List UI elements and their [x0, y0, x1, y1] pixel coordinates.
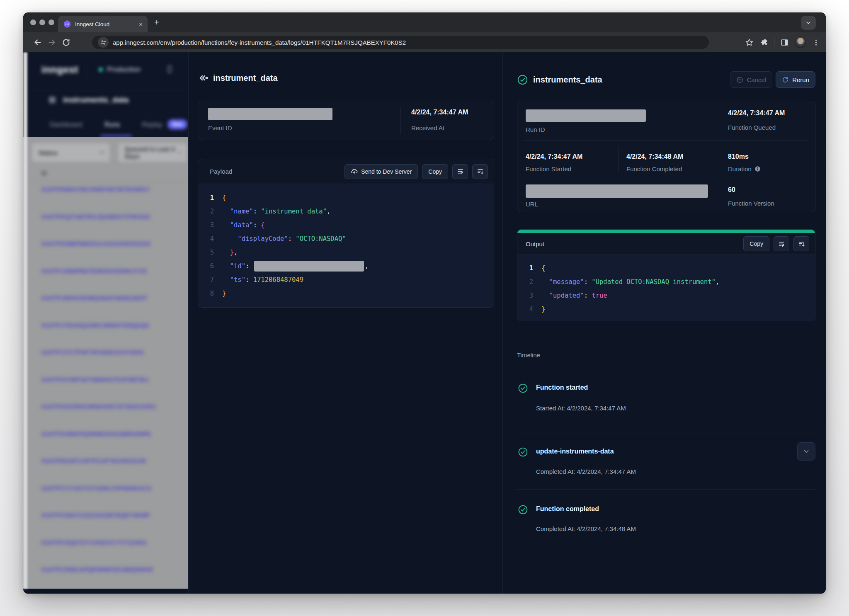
code-line: 4}: [517, 302, 815, 316]
word-wrap-button[interactable]: [452, 164, 468, 179]
code-line: 1{: [198, 191, 494, 204]
function-version-label: Function Version: [728, 200, 774, 207]
tab-runs[interactable]: Runs: [104, 121, 120, 129]
expand-step-button[interactable]: [797, 442, 815, 461]
function-queued-value: 4/2/24, 7:34:47 AM: [728, 109, 785, 117]
back-arrow-icon: [33, 38, 42, 47]
code-line: 3 "updated": true: [517, 289, 815, 302]
output-word-wrap-button[interactable]: [774, 236, 789, 251]
line-number: 6: [198, 262, 222, 270]
expand-rows-button[interactable]: [472, 164, 488, 179]
browser-tab[interactable]: Inngest Cloud ×: [58, 16, 148, 32]
run-id-link[interactable]: 01HTFJ7DA6Q238SJWNHYE9Q2Q0: [41, 321, 184, 348]
back-button[interactable]: [31, 35, 45, 49]
code-line: 4 "displayCode": "OCTO:NASDAQ": [198, 232, 494, 245]
minimize-window-button[interactable]: [39, 19, 45, 25]
event-details-card: Event ID 4/2/24, 7:34:47 AM Received At: [198, 101, 494, 140]
run-id-link[interactable]: 01HTFG3BKPQ5R9E4A910BRARRN: [41, 429, 184, 457]
run-id-link[interactable]: 01HTFCW27CZ2X3AZM75QEYNH8F: [41, 511, 184, 538]
output-expand-rows-button[interactable]: [793, 236, 809, 251]
run-id-link[interactable]: 01HTFKMBPMD0ZAJ4AG04KD3A02: [41, 239, 184, 267]
url-bar[interactable]: app.inngest.com/env/production/functions…: [92, 36, 709, 49]
tab-title: Inngest Cloud: [75, 21, 135, 27]
profile-avatar[interactable]: [795, 36, 806, 48]
cancel-icon: [736, 76, 743, 83]
blur-edge: [23, 52, 27, 589]
url-label: URL: [526, 201, 538, 208]
run-title: instruments_data: [533, 75, 602, 85]
rerun-button[interactable]: Rerun: [776, 71, 815, 88]
output-code[interactable]: 1{2 "message": "Updated OCTO:NASDAQ inst…: [517, 255, 815, 321]
environment-status-dot: [99, 68, 103, 72]
run-id-link[interactable]: 01HTFCYY2GYGYGDKJVP82NKXC2: [41, 484, 184, 511]
function-name: instruments_data: [63, 95, 129, 104]
line-number: 1: [517, 264, 541, 272]
send-to-dev-server-button[interactable]: Send to Dev Server: [344, 164, 418, 179]
payload-code[interactable]: 1{2 "name": "instrument_data",3 "data": …: [198, 184, 494, 307]
word-wrap-icon: [778, 240, 785, 247]
line-number: 4: [198, 235, 222, 243]
step-check-icon: [518, 383, 528, 393]
tab-close-icon[interactable]: ×: [139, 21, 143, 27]
run-id-link[interactable]: 01HTFJ7C7FHF7RVN051G3Y0253: [41, 348, 184, 375]
browser-window: Inngest Cloud × + app.inngest.com/env/pr…: [23, 12, 826, 594]
info-icon[interactable]: [754, 166, 761, 172]
bookmark-star-icon[interactable]: [745, 38, 754, 47]
tab-replay[interactable]: Replay: [142, 121, 163, 129]
code-line: 5 },: [198, 245, 494, 259]
chevron-down-icon: [803, 448, 810, 455]
line-number: 3: [198, 221, 222, 229]
inngest-logo: inngest: [41, 64, 78, 75]
run-id-link[interactable]: 01HTFJ3B9PB27EWGK5Z086JYC8: [41, 267, 184, 294]
toolbar-separator: [774, 38, 774, 46]
payload-copy-button[interactable]: Copy: [422, 164, 448, 179]
tab-dashboard[interactable]: Dashboard: [50, 121, 82, 129]
tab-search-button[interactable]: [801, 16, 816, 30]
new-tab-button[interactable]: +: [154, 18, 159, 27]
function-queued-label: Function Queued: [728, 124, 776, 131]
close-window-button[interactable]: [30, 19, 36, 25]
run-id-link[interactable]: 01HTFEG3FVJP7FZJF7EA5KN3JR: [41, 456, 184, 484]
chevron-down-icon: [99, 150, 105, 155]
received-at-value: 4/2/24, 7:34:47 AM: [411, 109, 468, 116]
side-panel-icon[interactable]: [780, 38, 789, 47]
forward-button[interactable]: [45, 35, 59, 49]
run-id-link[interactable]: 01HTFHYWF32TSB9HGT01F5BTBJ: [41, 375, 184, 403]
reload-button[interactable]: [59, 35, 73, 49]
run-details-card: Run ID 4/2/24, 7:34:47 AM Function Queue…: [517, 101, 815, 212]
chevron-down-icon: [177, 150, 182, 155]
forward-arrow-icon: [47, 38, 56, 47]
event-panel: instrument_data Event ID 4/2/24, 7:34:47…: [189, 52, 503, 594]
expand-rows-icon: [477, 168, 484, 175]
environment-selector[interactable]: Production: [99, 65, 141, 74]
run-id-link[interactable]: 01HTFKQT1M7RSJQABEXYF0K0S2: [41, 212, 184, 240]
run-id-link[interactable]: 01HTFCR9KAPQP0R8PZK3MQNMX8: [41, 565, 184, 589]
output-copy-button[interactable]: Copy: [743, 236, 769, 251]
rerun-icon: [782, 76, 789, 83]
browser-toolbar: app.inngest.com/env/production/functions…: [23, 32, 826, 52]
window-controls[interactable]: [30, 19, 54, 25]
run-id-link[interactable]: 01HTFN86XV8CXW87657W7E3WDY: [41, 185, 184, 212]
zoom-window-button[interactable]: [49, 19, 54, 25]
status-filter-dropdown[interactable]: Status: [32, 143, 110, 162]
event-id-label: Event ID: [208, 124, 232, 131]
url-redacted: [526, 184, 708, 198]
browser-menu-kebab-icon[interactable]: [812, 39, 820, 46]
line-number: 4: [517, 306, 541, 313]
url-text[interactable]: app.inngest.com/env/production/functions…: [113, 39, 406, 46]
event-title: instrument_data: [213, 73, 278, 83]
cloud-down-icon: [351, 168, 358, 175]
code-line: 1{: [517, 261, 815, 275]
line-number: 8: [198, 290, 222, 297]
site-settings-icon[interactable]: [98, 37, 109, 48]
cancel-button[interactable]: Cancel: [730, 71, 772, 88]
extensions-icon[interactable]: [759, 38, 768, 47]
run-id-link[interactable]: 01HTFC5Q07ZYVXNZVC7VT1Z4K6: [41, 538, 184, 565]
code-line: 2 "name": "instrument_data",: [198, 204, 494, 218]
environment-chevrons-icon[interactable]: [166, 64, 173, 75]
run-id-link[interactable]: 01HTFHXGR0CWNHSWYST3NAVGRC: [41, 402, 184, 429]
word-wrap-icon: [457, 168, 464, 175]
expand-rows-icon: [798, 240, 805, 247]
run-id-link[interactable]: 01HTFJ9HHVE0BQ48AF4DM13E9T: [41, 293, 184, 321]
date-range-filter-dropdown[interactable]: Queued in Last 3 Days: [118, 143, 187, 162]
